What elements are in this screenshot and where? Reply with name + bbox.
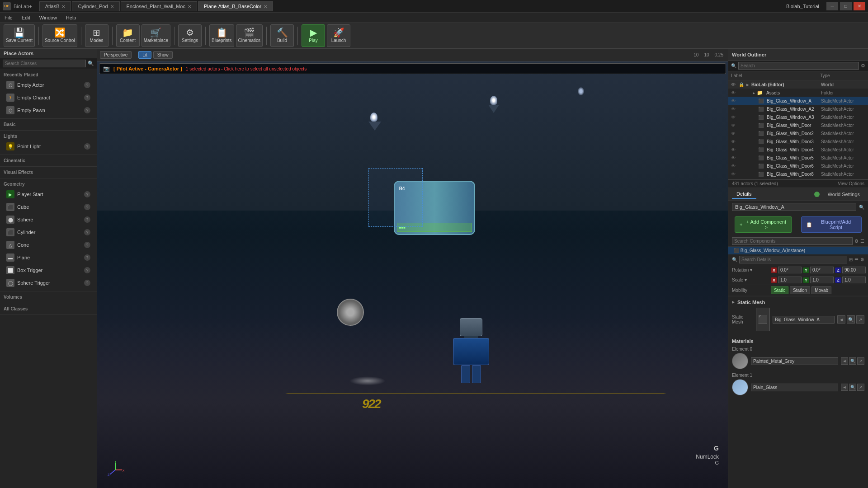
- outliner-row-assets[interactable]: 👁 ▸ 📁 Assets Folder: [728, 89, 868, 97]
- static-mesh-name-input[interactable]: [773, 316, 835, 324]
- actor-item-plane[interactable]: ▬ Plane ?: [4, 251, 93, 264]
- play-button[interactable]: ▶ Play: [302, 24, 325, 47]
- outliner-row-11[interactable]: 👁 ⬛ Big_Glass_With_Door8 StaticMeshActor: [728, 170, 868, 178]
- visibility-icon[interactable]: 👁: [730, 89, 736, 96]
- outliner-row-7[interactable]: 👁 ⬛ Big_Glass_With_Door3 StaticMeshActor: [728, 137, 868, 145]
- rotation-y-input[interactable]: [810, 267, 834, 273]
- actor-item-empty-pawn[interactable]: ⬡ Empty Pawn ?: [4, 104, 93, 117]
- show-button[interactable]: Show: [153, 51, 173, 59]
- close-tab-icon[interactable]: ✕: [188, 4, 191, 9]
- empty-actor-info[interactable]: ?: [84, 82, 90, 88]
- cinematics-button[interactable]: 🎬 Cinematics: [236, 24, 263, 47]
- actor-item-empty-character[interactable]: 🚶 Empty Charact ?: [4, 91, 93, 104]
- scale-y-input[interactable]: [810, 277, 834, 283]
- outliner-search-input[interactable]: [738, 62, 859, 70]
- viewport[interactable]: B4 ■■■: [97, 61, 728, 488]
- actor-item-cylinder[interactable]: ⬛ Cylinder ?: [4, 226, 93, 239]
- lock-icon[interactable]: [738, 98, 745, 104]
- list-view-icon[interactable]: ☰: [854, 257, 859, 262]
- menu-window[interactable]: Window: [38, 15, 59, 20]
- cylinder-info[interactable]: ?: [84, 229, 90, 235]
- mesh-nav-prev-button[interactable]: ◄: [837, 315, 845, 324]
- mat-0-search-button[interactable]: 🔍: [849, 357, 856, 365]
- search-classes-input[interactable]: [3, 60, 86, 67]
- point-light-info[interactable]: ?: [84, 143, 90, 150]
- menu-edit[interactable]: Edit: [20, 15, 32, 20]
- outliner-row-3[interactable]: 👁 ⬛ Big_Glass_Window_A2 StaticMeshActor: [728, 105, 868, 113]
- settings-icon[interactable]: ⚙: [861, 63, 865, 69]
- tab-atlasb[interactable]: AtlasB ✕: [39, 1, 71, 11]
- mat-0-open-button[interactable]: ↗: [857, 357, 864, 365]
- save-current-button[interactable]: 💾 Save Current: [4, 24, 35, 47]
- lock-icon[interactable]: 🔒: [738, 81, 745, 88]
- lock-icon[interactable]: [738, 89, 745, 96]
- scale-x-input[interactable]: [778, 277, 802, 283]
- plane-info[interactable]: ?: [84, 254, 90, 261]
- visibility-icon[interactable]: 👁: [730, 98, 736, 104]
- content-button[interactable]: 📁 Content: [116, 24, 140, 47]
- actor-item-cone[interactable]: △ Cone ?: [4, 239, 93, 251]
- mat-1-prev-button[interactable]: ◄: [841, 384, 848, 391]
- empty-pawn-info[interactable]: ?: [84, 107, 90, 113]
- tab-enclosed[interactable]: Enclosed_Plant_Wall_Moc ✕: [121, 1, 197, 11]
- visibility-icon[interactable]: 👁: [730, 81, 736, 88]
- actor-item-cube[interactable]: ⬛ Cube ?: [4, 201, 93, 213]
- cube-info[interactable]: ?: [84, 204, 90, 210]
- cone-info[interactable]: ?: [84, 242, 90, 248]
- box-trigger-info[interactable]: ?: [84, 267, 90, 273]
- tab-details[interactable]: Details: [732, 190, 756, 199]
- actor-item-sphere-trigger[interactable]: ◯ Sphere Trigger ?: [4, 277, 93, 289]
- maximize-button[interactable]: □: [840, 2, 852, 10]
- outliner-row-biolab[interactable]: 👁 🔒 ▸ BioLab (Editor) World: [728, 80, 868, 89]
- actor-item-point-light[interactable]: 💡 Point Light ?: [4, 140, 93, 153]
- blueprint-button[interactable]: 📋 Blueprint/Add Script: [801, 216, 862, 233]
- settings-button[interactable]: ⚙ Settings: [178, 24, 202, 47]
- perspective-button[interactable]: Perspective: [100, 51, 132, 59]
- outliner-row-4[interactable]: 👁 ⬛ Big_Glass_Window_A3 StaticMeshActor: [728, 113, 868, 121]
- world-settings-tab[interactable]: World Settings: [814, 190, 864, 198]
- tab-plane-atlas[interactable]: Plane-Atlas_B_BaseColor ✕: [198, 1, 273, 11]
- mobility-station-button[interactable]: Station: [790, 286, 810, 294]
- empty-character-info[interactable]: ?: [84, 94, 90, 101]
- element-0-name-input[interactable]: [751, 357, 838, 365]
- close-tab-icon[interactable]: ✕: [264, 4, 267, 9]
- blueprints-button[interactable]: 📋 Blueprints: [209, 24, 234, 47]
- close-tab-icon[interactable]: ✕: [110, 4, 114, 9]
- modes-button[interactable]: ⊞ Modes: [85, 24, 108, 47]
- mesh-open-button[interactable]: ↗: [856, 315, 864, 324]
- marketplace-button[interactable]: 🛒 Marketplace: [142, 24, 170, 47]
- outliner-row-10[interactable]: 👁 ⬛ Big_Glass_With_Door6 StaticMeshActor: [728, 162, 868, 170]
- source-control-button[interactable]: 🔀 Source Control: [42, 24, 77, 47]
- view-options-button[interactable]: View Options: [838, 181, 864, 186]
- sphere-info[interactable]: ?: [84, 216, 90, 223]
- lit-button[interactable]: Lit: [138, 51, 151, 59]
- close-button[interactable]: ✕: [854, 2, 865, 10]
- outliner-row-5[interactable]: 👁 ⬛ Big_Glass_With_Door StaticMeshActor: [728, 121, 868, 129]
- menu-file[interactable]: File: [3, 15, 14, 20]
- pilot-active-banner[interactable]: 📷 [ Pilot Active - CameraActor ] 1 selec…: [99, 63, 726, 74]
- mat-1-search-button[interactable]: 🔍: [849, 384, 856, 391]
- actor-item-sphere[interactable]: ⬤ Sphere ?: [4, 213, 93, 226]
- menu-help[interactable]: Help: [64, 15, 78, 20]
- sphere-trigger-info[interactable]: ?: [84, 280, 90, 286]
- mobility-static-button[interactable]: Static: [771, 286, 788, 294]
- actor-item-empty-actor[interactable]: ⬡ Empty Actor ?: [4, 79, 93, 91]
- scale-z-input[interactable]: [842, 277, 866, 283]
- player-start-info[interactable]: ?: [84, 191, 90, 197]
- settings-icon[interactable]: ⚙: [860, 257, 864, 262]
- close-tab-icon[interactable]: ✕: [61, 4, 65, 9]
- mat-0-prev-button[interactable]: ◄: [841, 357, 848, 365]
- outliner-row-9[interactable]: 👁 ⬛ Big_Glass_With_Door5 StaticMeshActor: [728, 154, 868, 162]
- add-component-button[interactable]: + + Add Component >: [735, 216, 792, 233]
- actor-item-box-trigger[interactable]: ⬜ Box Trigger ?: [4, 264, 93, 277]
- launch-button[interactable]: 🚀 Launch: [327, 24, 350, 47]
- mobility-movab-button[interactable]: Movab: [811, 286, 831, 294]
- rotation-x-input[interactable]: [778, 267, 802, 273]
- outliner-row-bigglass-selected[interactable]: 👁 ⬛ Big_Glass_Window_A StaticMeshActor: [728, 97, 868, 105]
- tab-cylinder-pod[interactable]: Cylinder_Pod ✕: [72, 1, 119, 11]
- component-row-instance[interactable]: ⬛ Big_Glass_Window_A(Instance): [728, 247, 868, 254]
- build-button[interactable]: 🔨 Build: [270, 24, 294, 47]
- mesh-search-button[interactable]: 🔍: [847, 315, 855, 324]
- actor-item-player-start[interactable]: ▶ Player Start ?: [4, 188, 93, 201]
- outliner-row-6[interactable]: 👁 ⬛ Big_Glass_With_Door2 StaticMeshActor: [728, 129, 868, 137]
